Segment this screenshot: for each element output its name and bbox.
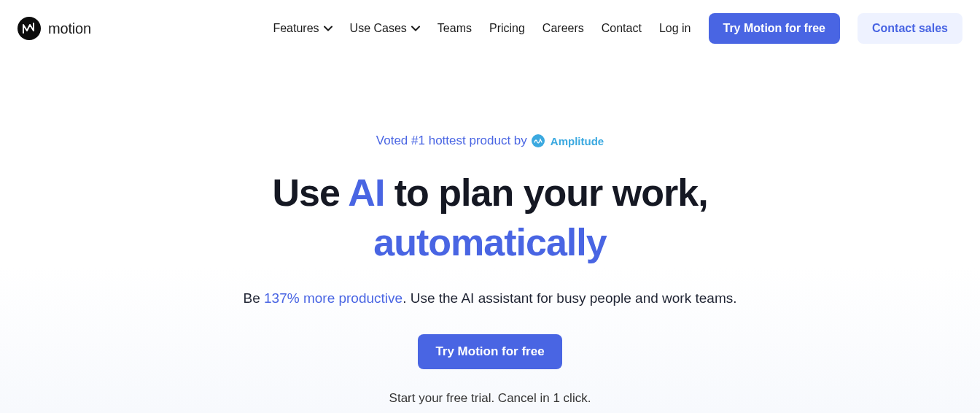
nav-features-label: Features — [273, 22, 319, 35]
hero-subtitle-part2: . Use the AI assistant for busy people a… — [402, 290, 736, 306]
nav-login-label: Log in — [659, 22, 691, 35]
motion-logo-icon — [18, 17, 41, 40]
contact-sales-button[interactable]: Contact sales — [858, 13, 962, 44]
hero-title-part2: to plan your work, — [384, 171, 707, 214]
badge-text: Voted #1 hottest product by — [376, 134, 527, 148]
chevron-down-icon — [411, 24, 420, 33]
nav-use-cases-label: Use Cases — [350, 22, 407, 35]
logo-text: motion — [48, 20, 91, 37]
nav-login[interactable]: Log in — [659, 22, 691, 35]
hero-section: Voted #1 hottest product by Amplitude Us… — [125, 57, 855, 406]
hero-subtitle-accent: 137% more productive — [264, 290, 402, 306]
amplitude-icon — [532, 134, 545, 147]
hero-note: Start your free trial. Cancel in 1 click… — [125, 391, 855, 406]
nav-use-cases[interactable]: Use Cases — [350, 22, 420, 35]
try-free-button[interactable]: Try Motion for free — [709, 13, 840, 44]
hero-subtitle-part1: Be — [244, 290, 265, 306]
product-badge: Voted #1 hottest product by Amplitude — [376, 134, 604, 148]
hero-title-part1: Use — [272, 171, 348, 214]
hero-title-part3: automatically — [373, 221, 606, 263]
hero-subtitle: Be 137% more productive. Use the AI assi… — [125, 290, 855, 306]
hero-title: Use AI to plan your work, automatically — [125, 169, 855, 267]
main-nav: Features Use Cases Teams Pricing Careers… — [273, 13, 962, 44]
nav-teams[interactable]: Teams — [438, 22, 472, 35]
nav-careers-label: Careers — [542, 22, 584, 35]
hero-try-free-button[interactable]: Try Motion for free — [418, 334, 561, 369]
header: motion Features Use Cases Teams Pricing … — [0, 0, 980, 57]
badge-brand: Amplitude — [551, 135, 604, 147]
nav-pricing[interactable]: Pricing — [489, 22, 525, 35]
nav-careers[interactable]: Careers — [542, 22, 584, 35]
nav-teams-label: Teams — [438, 22, 472, 35]
chevron-down-icon — [324, 24, 332, 33]
nav-contact[interactable]: Contact — [602, 22, 642, 35]
nav-pricing-label: Pricing — [489, 22, 525, 35]
logo[interactable]: motion — [18, 17, 91, 40]
hero-title-ai: AI — [348, 171, 384, 214]
nav-contact-label: Contact — [602, 22, 642, 35]
nav-features[interactable]: Features — [273, 22, 332, 35]
